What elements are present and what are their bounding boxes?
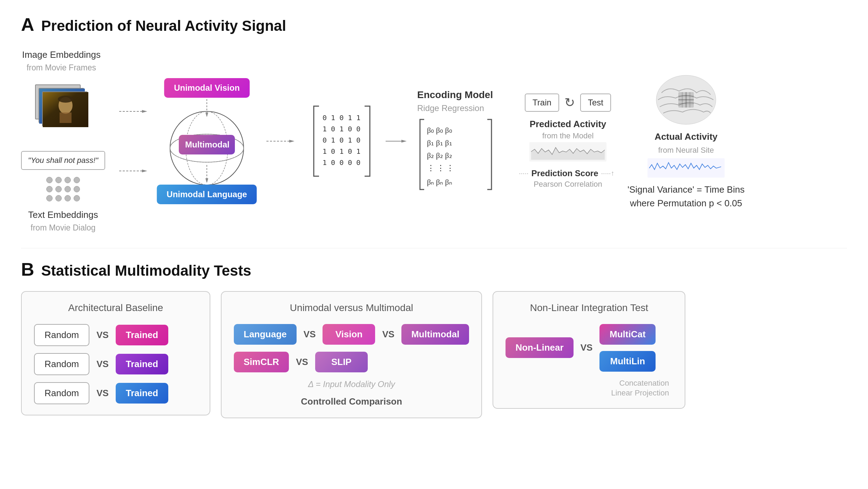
- arrow-right-encoding: [386, 138, 407, 145]
- prediction-score: ····· Prediction Score ·····↑ Pearson Co…: [519, 168, 617, 189]
- train-test-row: Train ↻ Test: [525, 94, 611, 112]
- quote-box: "You shall not pass!": [21, 151, 105, 170]
- svg-rect-6: [60, 112, 72, 123]
- svg-text:1  0  1  0  1: 1 0 1 0 1: [323, 147, 360, 156]
- nn-dot: [74, 177, 80, 183]
- nn-dot: [74, 195, 80, 201]
- svg-text:1  0  1  0  0: 1 0 1 0 0: [323, 125, 360, 133]
- trained-blue-badge: Trained: [116, 383, 168, 404]
- random-badge-3: Random: [34, 382, 89, 404]
- svg-rect-43: [647, 158, 725, 178]
- random-badge-1: Random: [34, 324, 89, 346]
- unimodal-language-badge: Unimodal Language: [157, 185, 257, 204]
- nn-dot: [65, 195, 71, 201]
- svg-marker-28: [401, 140, 407, 143]
- unimodal-panel-title: Unimodal versus Multimodal: [234, 302, 469, 314]
- vs-label-2: VS: [96, 359, 109, 370]
- nonlinear-badge: Non-Linear: [506, 337, 573, 358]
- vs-row-1: Random VS Trained: [34, 324, 197, 346]
- trained-purple-badge: Trained: [116, 354, 168, 374]
- section-a-label: A: [21, 14, 34, 35]
- multimodal-badge-b: Multimodal: [401, 324, 469, 345]
- image-embed-group: Image Embeddings from Movie Frames: [21, 48, 102, 133]
- predicted-wave-svg: [529, 142, 606, 161]
- section-b-label: B: [21, 259, 34, 280]
- embed-matrix-svg: 0 1 0 1 1 1 0 1 0 0 0 1 0 1 0 1 0 1 0 1 …: [305, 103, 375, 180]
- multicat-badge: MultiCat: [599, 324, 656, 345]
- unimodal-panel: Unimodal versus Multimodal Language VS V…: [221, 291, 482, 418]
- signal-variance-text: 'Signal Variance' = Time Bins where Perm…: [628, 181, 745, 210]
- vision-badge: Vision: [323, 324, 375, 345]
- svg-marker-9: [142, 110, 147, 113]
- beta-matrix-svg: β₀ β₀ β₀ β₁ β₁ β₁ β₂ β₂ β₂ ⋮ ⋮ ⋮ βₙ βₙ β…: [417, 116, 494, 193]
- nonlinear-panel-title: Non-Linear Integration Test: [506, 302, 672, 314]
- svg-text:0  1  0  1  0: 0 1 0 1 0: [323, 136, 360, 144]
- predicted-activity: Predicted Activity from the Model: [529, 119, 606, 161]
- arrow-top: [119, 108, 147, 115]
- section-a-title: Prediction of Neural Activity Signal: [41, 18, 286, 34]
- nn-dot: [46, 177, 53, 183]
- nn-dots: [46, 177, 80, 201]
- arrow-to-encoding: [386, 138, 407, 145]
- frames-stack: [32, 84, 91, 133]
- arrow-to-matrix: [266, 138, 294, 145]
- svg-text:β₂  β₂  β₂: β₂ β₂ β₂: [427, 151, 452, 160]
- nn-dot: [46, 186, 53, 192]
- controlled-label: Controlled Comparison: [234, 396, 469, 407]
- pred-score-text: Prediction Score: [531, 168, 598, 178]
- svg-point-7: [58, 96, 73, 103]
- simclr-badge: SimCLR: [234, 352, 289, 372]
- multilin-badge: MultiLin: [599, 351, 656, 372]
- section-a-content: Image Embeddings from Movie Frames: [21, 45, 847, 237]
- nn-dot: [55, 177, 62, 183]
- frame-1-svg: [43, 92, 88, 127]
- text-embed-group: "You shall not pass!": [21, 151, 105, 234]
- score-row: ····· Prediction Score ·····↑: [519, 168, 617, 178]
- unimodal-vs-row-1: Language VS Vision VS Multimodal: [234, 324, 469, 345]
- nonlinear-vs-row: Non-Linear VS MultiCat MultiLin: [506, 324, 672, 372]
- unimodal-vision-badge: Unimodal Vision: [164, 78, 250, 98]
- arch-panel-title: Architectural Baseline: [34, 302, 197, 314]
- trained-pink-badge: Trained: [116, 325, 168, 345]
- section-b: B Statistical Multimodality Tests Archit…: [21, 259, 847, 418]
- vs-uni-3: VS: [296, 357, 308, 367]
- section-divider: [21, 248, 847, 248]
- vs-uni-1: VS: [304, 329, 316, 340]
- vs-row-2: Random VS Trained: [34, 353, 197, 375]
- concat-labels: Concatenation Linear Projection: [506, 379, 672, 398]
- multimodal-inner-badge: Multimodal: [179, 135, 235, 154]
- actual-wave-svg: [647, 158, 725, 178]
- section-a: A Prediction of Neural Activity Signal I…: [21, 14, 847, 237]
- arrow-language-up: [203, 165, 210, 182]
- frame-1: [42, 91, 88, 126]
- text-embed-label: Text Embeddings from Movie Dialog: [28, 208, 98, 234]
- svg-text:1  0  0  0  0: 1 0 0 0 0: [323, 158, 360, 167]
- main-container: A Prediction of Neural Activity Signal I…: [0, 0, 868, 489]
- svg-marker-11: [142, 170, 147, 172]
- delta-label: Δ = Input Modality Only: [234, 379, 469, 389]
- nonlinear-right: MultiCat MultiLin: [599, 324, 656, 372]
- nn-group: [46, 177, 80, 201]
- sphere-container: Unimodal Vision: [158, 78, 256, 204]
- section-b-title: Statistical Multimodality Tests: [41, 262, 251, 279]
- test-box: Test: [580, 94, 611, 112]
- embed-matrix-container: 0 1 0 1 1 1 0 1 0 0 0 1 0 1 0 1 0 1 0 1 …: [305, 103, 375, 180]
- nn-dot: [55, 186, 62, 192]
- nn-dot: [46, 195, 53, 201]
- concat-text: Concatenation: [619, 379, 669, 388]
- arch-baseline-panel: Architectural Baseline Random VS Trained…: [21, 291, 210, 415]
- pred-score-sub: Pearson Correlation: [534, 180, 602, 189]
- random-badge-2: Random: [34, 353, 89, 375]
- linear-text: Linear Projection: [611, 388, 669, 398]
- nn-dot: [55, 195, 62, 201]
- dotted-line-start: ·····: [519, 169, 529, 177]
- encoding-model-group: Encoding Model Ridge Regression β₀ β₀ β₀…: [417, 89, 508, 193]
- svg-text:0  1  0  1  1: 0 1 0 1 1: [323, 113, 360, 122]
- nn-dot: [65, 177, 71, 183]
- cycle-arrow: ↻: [564, 95, 575, 110]
- nn-dot: [74, 186, 80, 192]
- actual-activity-group: Actual Activity from Neural Site 'Signal…: [628, 72, 745, 210]
- vs-label-1: VS: [96, 330, 109, 340]
- image-embed-label: Image Embeddings from Movie Frames: [22, 48, 101, 74]
- vs-nonlinear: VS: [581, 342, 593, 353]
